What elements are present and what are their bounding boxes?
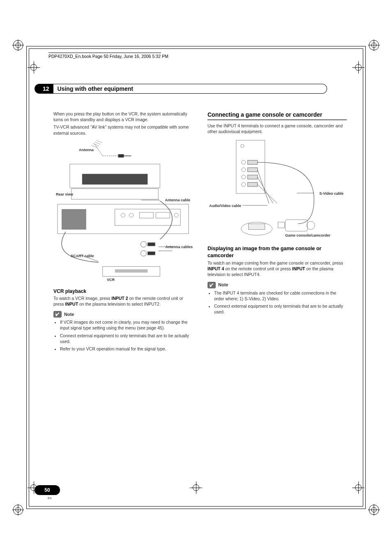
print-mark-top-left: [12, 39, 24, 51]
svg-point-56: [307, 221, 315, 230]
svg-rect-21: [118, 154, 124, 157]
svg-point-46: [242, 168, 246, 172]
vcr-playback-heading: VCR playback: [53, 288, 193, 295]
right-column: Connecting a game console or camcorder U…: [208, 111, 347, 353]
svg-point-44: [241, 145, 244, 148]
chapter-title-wrap: Using with other equipment: [53, 84, 327, 94]
svg-rect-49: [248, 160, 258, 164]
display-heading: Displaying an image from the game consol…: [208, 245, 347, 259]
diagram-label-antenna-cable: Antenna cable: [165, 198, 190, 203]
svg-point-32: [174, 213, 178, 217]
chapter-title: Using with other equipment: [58, 85, 133, 92]
svg-rect-26: [62, 209, 86, 230]
svg-point-45: [242, 160, 246, 164]
note-heading-left: Note: [53, 311, 193, 318]
left-column: When you press the play button on the VC…: [53, 111, 193, 353]
content-area: When you press the play button on the VC…: [53, 111, 347, 353]
book-header-text: PDP4270XD_En.book Page 50 Friday, June 1…: [48, 54, 168, 59]
svg-rect-52: [248, 182, 258, 187]
diagram-label-svideo: S-Video cable: [319, 191, 344, 196]
page-language: En: [48, 496, 52, 500]
svg-rect-24: [71, 189, 158, 199]
svg-line-18: [93, 143, 99, 146]
print-mark-top-right: [368, 39, 380, 51]
svg-point-28: [121, 213, 125, 217]
svg-line-16: [95, 143, 103, 156]
svg-line-20: [97, 140, 102, 143]
right-intro: Use the INPUT 4 terminals to connect a g…: [208, 123, 347, 134]
print-mark-bottom-left: [12, 504, 24, 516]
list-item: Connect external equipment to only termi…: [214, 303, 347, 315]
note-icon: [53, 311, 62, 318]
right-notes-list: The INPUT 4 terminals are checked for ca…: [208, 290, 347, 315]
svg-point-47: [242, 175, 246, 179]
diagram-svg: [53, 139, 193, 283]
diagram-label-antenna: Antenna: [79, 147, 94, 152]
diagram-label-scart-cable: SCART cable: [71, 253, 94, 258]
vcr-connection-diagram: Antenna Rear view Antenna cable Antenna …: [53, 139, 193, 283]
page-number-badge: 50: [35, 485, 60, 495]
svg-rect-38: [148, 251, 155, 255]
chapter-number: 12: [35, 84, 53, 94]
display-text: To watch an image coming from the game c…: [208, 260, 347, 278]
diagram-label-antenna-cables: Antenna cables: [165, 245, 193, 249]
list-item: The INPUT 4 terminals are checked for ca…: [214, 290, 347, 302]
svg-rect-57: [278, 222, 284, 228]
note-icon: [208, 282, 216, 288]
section-rule: [208, 120, 347, 120]
svg-point-37: [141, 250, 146, 256]
svg-point-29: [129, 213, 133, 217]
left-notes-list: If VCR images do not come in clearly, yo…: [53, 319, 193, 352]
list-item: If VCR images do not come in clearly, yo…: [60, 319, 193, 331]
print-mark-bottom-right: [368, 504, 380, 516]
svg-rect-54: [249, 224, 265, 230]
diagram-label-vcr: VCR: [107, 277, 115, 282]
svg-point-48: [242, 182, 246, 187]
note-label: Note: [218, 282, 228, 288]
svg-rect-55: [285, 220, 307, 231]
intro-paragraph-1: When you press the play button on the VC…: [53, 111, 193, 122]
svg-rect-34: [115, 269, 148, 272]
svg-rect-23: [82, 174, 148, 184]
vcr-playback-text: To watch a VCR image, press INPUT 2 on t…: [53, 295, 193, 307]
svg-rect-36: [148, 242, 155, 246]
chapter-heading: 12 Using with other equipment: [35, 84, 327, 94]
diagram-svg-2: [208, 138, 347, 240]
list-item: Connect external equipment to only termi…: [60, 333, 193, 344]
page-number: 50: [44, 487, 50, 493]
svg-rect-31: [156, 212, 170, 218]
svg-rect-50: [248, 168, 258, 172]
note-heading-right: Note: [208, 282, 347, 288]
list-item: Refer to your VCR operation manual for t…: [60, 346, 193, 352]
game-console-diagram: S-Video cable Audio/Video cable Game con…: [208, 138, 347, 240]
svg-rect-30: [139, 212, 153, 218]
section-heading: Connecting a game console or camcorder: [208, 111, 347, 119]
book-header: PDP4270XD_En.book Page 50 Friday, June 1…: [48, 53, 168, 59]
svg-rect-51: [248, 175, 258, 179]
diagram-label-game-console: Game console/camcorder: [285, 233, 330, 238]
note-label: Note: [64, 311, 74, 318]
svg-point-35: [141, 241, 146, 247]
intro-paragraph-2: TV-VCR advanced "AV link" systems may no…: [53, 124, 193, 136]
diagram-label-rear-view: Rear view: [56, 192, 73, 197]
diagram-label-av-cable: Audio/Video cable: [209, 203, 241, 208]
svg-line-19: [95, 142, 101, 144]
